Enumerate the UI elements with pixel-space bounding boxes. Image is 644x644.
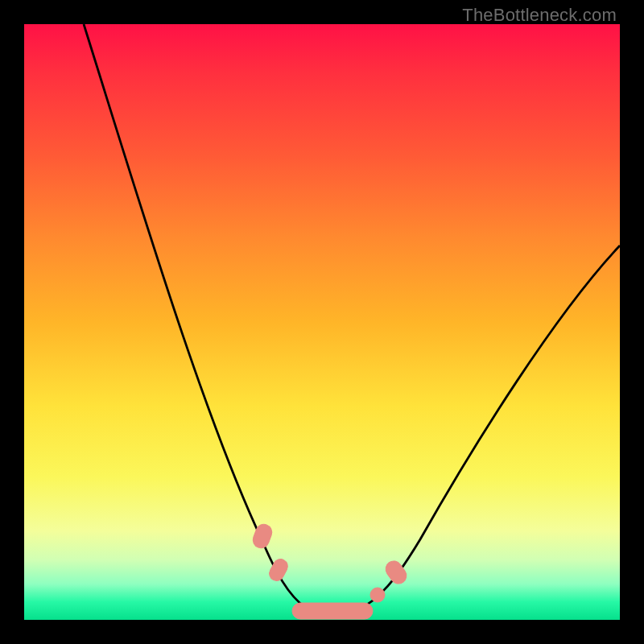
marker-group (250, 522, 409, 619)
bottleneck-curve (84, 24, 620, 613)
dot-right-lower (370, 588, 385, 602)
svg-rect-2 (292, 603, 373, 619)
curve-svg (24, 24, 620, 620)
chart-frame: TheBottleneck.com (0, 0, 644, 644)
segment-left-upper (250, 522, 274, 550)
segment-bottom (292, 603, 373, 619)
watermark-text: TheBottleneck.com (462, 5, 617, 26)
svg-rect-0 (250, 522, 274, 550)
plot-area (24, 24, 620, 620)
